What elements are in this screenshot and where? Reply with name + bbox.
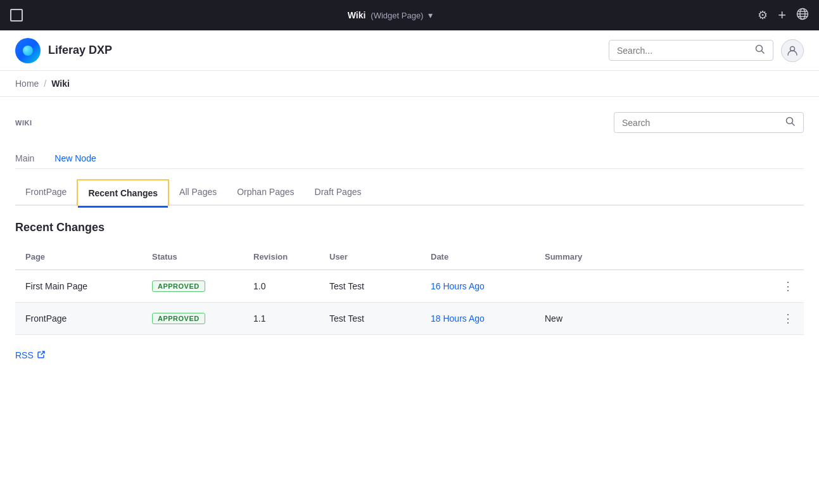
date-link[interactable]: 18 Hours Ago	[431, 313, 485, 324]
user-avatar[interactable]	[781, 39, 804, 62]
breadcrumb-separator: /	[44, 79, 46, 89]
wiki-label: WIKI	[15, 119, 32, 127]
external-link-icon	[37, 351, 45, 360]
cell-user: Test Test	[319, 270, 421, 303]
cell-revision: 1.0	[243, 270, 319, 303]
page-subtitle: (Widget Page)	[371, 11, 423, 20]
add-icon[interactable]: +	[778, 7, 786, 23]
cell-actions: ⋮	[772, 270, 804, 303]
rss-link[interactable]: RSS	[15, 350, 45, 360]
globe-icon[interactable]	[796, 8, 809, 23]
header: Liferay DXP	[0, 30, 819, 71]
top-bar-center: Wiki (Widget Page) ▾	[348, 10, 433, 20]
rss-label: RSS	[15, 350, 34, 360]
tab-all-pages[interactable]: All Pages	[169, 179, 227, 205]
node-tab-main[interactable]: Main	[15, 148, 44, 168]
wiki-search-input[interactable]	[622, 118, 780, 128]
brand-name: Liferay DXP	[48, 44, 112, 57]
row-actions-menu[interactable]: ⋮	[782, 279, 794, 293]
wiki-header: WIKI	[15, 112, 804, 133]
breadcrumb-home[interactable]: Home	[15, 79, 39, 89]
tab-orphan-pages[interactable]: Orphan Pages	[227, 179, 304, 205]
cell-revision: 1.1	[243, 303, 319, 335]
cell-page: FrontPage	[15, 303, 142, 335]
cell-summary: New	[535, 303, 772, 335]
status-badge: APPROVED	[152, 280, 205, 292]
changes-table: Page Status Revision User Date Summary F…	[15, 244, 804, 335]
header-left: Liferay DXP	[15, 38, 112, 63]
tab-frontpage[interactable]: FrontPage	[15, 179, 77, 205]
dropdown-icon[interactable]: ▾	[428, 10, 433, 20]
global-search-input[interactable]	[617, 46, 750, 56]
cell-date: 16 Hours Ago	[421, 270, 535, 303]
logo	[15, 38, 41, 63]
logo-inner	[23, 46, 33, 56]
col-header-page: Page	[15, 244, 142, 270]
node-tab-new-node[interactable]: New Node	[44, 148, 106, 168]
cell-status: APPROVED	[142, 270, 243, 303]
status-badge: APPROVED	[152, 313, 205, 324]
col-header-revision: Revision	[243, 244, 319, 270]
node-tabs: Main New Node	[15, 148, 804, 169]
col-header-status: Status	[142, 244, 243, 270]
page-tabs: FrontPage Recent Changes All Pages Orpha…	[15, 179, 804, 206]
cell-actions: ⋮	[772, 303, 804, 335]
breadcrumb: Home / Wiki	[0, 71, 819, 97]
tab-draft-pages[interactable]: Draft Pages	[305, 179, 372, 205]
svg-line-9	[792, 123, 795, 126]
col-header-user: User	[319, 244, 421, 270]
global-search-bar[interactable]	[609, 40, 773, 61]
tab-recent-changes[interactable]: Recent Changes	[77, 179, 169, 206]
cell-summary	[535, 270, 772, 303]
svg-line-6	[762, 51, 765, 54]
page-title: Wiki	[348, 10, 366, 20]
main-content: WIKI Main New Node FrontPage Recent Chan…	[0, 97, 819, 375]
settings-icon[interactable]: ⚙	[758, 8, 768, 22]
cell-status: APPROVED	[142, 303, 243, 335]
sidebar-toggle-icon[interactable]	[10, 9, 23, 22]
table-row: First Main Page APPROVED 1.0 Test Test 1…	[15, 270, 804, 303]
top-bar: Wiki (Widget Page) ▾ ⚙ +	[0, 0, 819, 30]
cell-page: First Main Page	[15, 270, 142, 303]
section-title: Recent Changes	[15, 221, 804, 234]
wiki-search-icon	[785, 117, 796, 129]
top-bar-right: ⚙ +	[758, 7, 809, 23]
col-header-date: Date	[421, 244, 535, 270]
col-header-summary: Summary	[535, 244, 772, 270]
header-right	[609, 39, 804, 62]
wiki-search-bar[interactable]	[614, 112, 804, 133]
table-row: FrontPage APPROVED 1.1 Test Test 18 Hour…	[15, 303, 804, 335]
col-header-actions	[772, 244, 804, 270]
cell-user: Test Test	[319, 303, 421, 335]
top-bar-left	[10, 9, 23, 22]
row-actions-menu[interactable]: ⋮	[782, 312, 794, 325]
cell-date: 18 Hours Ago	[421, 303, 535, 335]
search-icon	[755, 44, 765, 56]
breadcrumb-current: Wiki	[51, 79, 70, 89]
date-link[interactable]: 16 Hours Ago	[431, 281, 485, 291]
